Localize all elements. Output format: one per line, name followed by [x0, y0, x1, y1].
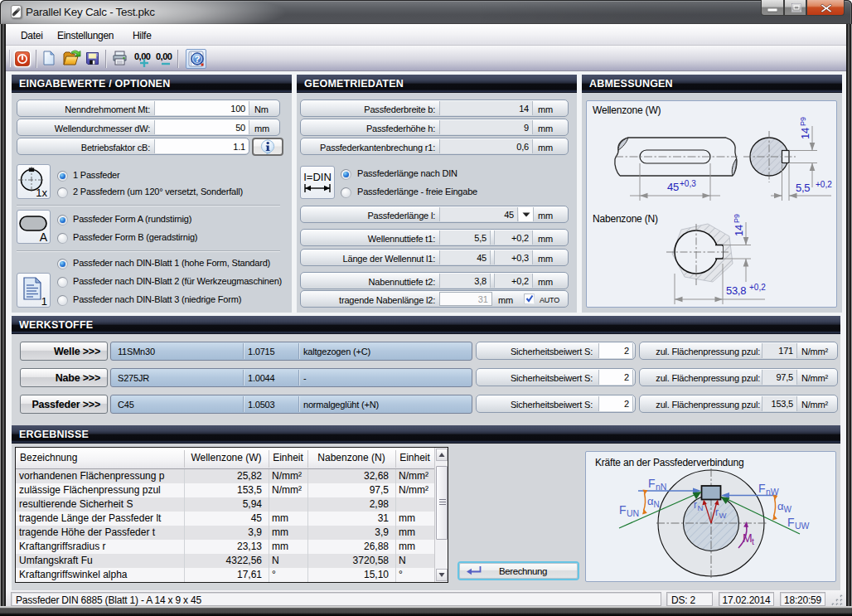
svg-text:A: A	[40, 230, 48, 243]
svg-text:45: 45	[667, 181, 679, 193]
svg-text:1x: 1x	[36, 187, 47, 198]
svg-text:F: F	[648, 477, 655, 490]
svg-text:I=DIN: I=DIN	[303, 171, 332, 183]
svg-text:+0,2: +0,2	[816, 180, 832, 189]
svg-text:N: N	[654, 500, 660, 509]
svg-text:nN: nN	[656, 482, 666, 492]
svg-text:t: t	[752, 536, 754, 546]
svg-text:M: M	[743, 531, 753, 545]
svg-text:P9: P9	[799, 117, 807, 126]
svg-text:14: 14	[799, 128, 811, 139]
svg-text:Wellenzone (W): Wellenzone (W)	[593, 104, 661, 116]
svg-text:F: F	[787, 516, 794, 529]
svg-text:P9: P9	[733, 214, 741, 223]
svg-text:Nabenzone (N): Nabenzone (N)	[593, 213, 658, 225]
svg-text:W: W	[719, 511, 727, 520]
svg-text:N: N	[698, 503, 704, 512]
svg-text:UN: UN	[627, 508, 639, 518]
svg-text:r: r	[715, 507, 719, 518]
svg-text:?: ?	[194, 54, 200, 64]
svg-text:53,8: 53,8	[726, 284, 746, 297]
svg-text:5,5: 5,5	[796, 182, 810, 194]
svg-text:+0,2: +0,2	[749, 283, 766, 292]
svg-text:F: F	[619, 503, 626, 517]
svg-text:nW: nW	[766, 487, 779, 497]
svg-text:14: 14	[733, 225, 745, 236]
svg-text:r: r	[694, 499, 697, 511]
svg-text:Kräfte an der Passfederverbind: Kräfte an der Passfederverbindung	[595, 457, 744, 468]
svg-text:W: W	[784, 505, 792, 514]
svg-text:1: 1	[41, 295, 47, 307]
svg-text:+0,3: +0,3	[680, 179, 696, 188]
svg-text:F: F	[758, 482, 765, 495]
svg-text:UW: UW	[795, 521, 809, 531]
